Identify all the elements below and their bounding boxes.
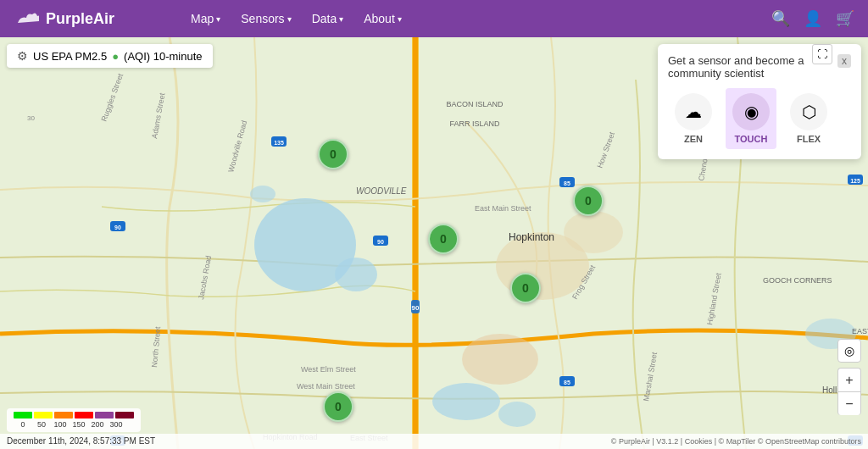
- zen-icon: ☁: [675, 93, 712, 130]
- nav-data-arrow: ▾: [339, 14, 343, 24]
- map-container[interactable]: 90 135: [0, 37, 868, 449]
- legend-label-100: 100: [51, 420, 70, 429]
- svg-text:90: 90: [412, 304, 420, 312]
- svg-text:30: 30: [27, 114, 35, 122]
- sensor-option-zen[interactable]: ☁ ZEN: [668, 88, 719, 149]
- app-header: PurpleAir Map ▾ Sensors ▾ Data ▾ About ▾…: [0, 0, 868, 37]
- sensor-bar-sublabel: (AQI) 10-minute: [124, 50, 202, 63]
- svg-text:FARR ISLAND: FARR ISLAND: [449, 119, 500, 128]
- settings-icon[interactable]: ⚙: [17, 49, 28, 63]
- legend-bar: [14, 412, 134, 419]
- svg-text:85: 85: [564, 180, 570, 186]
- nav-sensors-arrow: ▾: [287, 14, 292, 24]
- flex-label: FLEX: [797, 134, 821, 144]
- legend-hazardous: [115, 412, 134, 419]
- svg-text:85: 85: [564, 380, 570, 385]
- svg-point-12: [462, 334, 538, 385]
- logo-area[interactable]: PurpleAir: [14, 9, 114, 28]
- svg-text:135: 135: [274, 140, 284, 146]
- svg-point-7: [498, 402, 536, 427]
- svg-text:EAST: EAST: [852, 327, 868, 335]
- zoom-out-button[interactable]: −: [837, 391, 861, 415]
- legend-label-300: 300: [107, 420, 125, 429]
- zoom-in-button[interactable]: +: [837, 368, 861, 391]
- legend-moderate: [34, 412, 53, 419]
- svg-text:90: 90: [114, 224, 121, 230]
- user-icon[interactable]: 👤: [804, 9, 822, 28]
- legend-label-0: 0: [14, 420, 32, 429]
- sensor-options: ☁ ZEN ◉ TOUCH ⬡ FLEX: [668, 88, 851, 149]
- legend-usg: [54, 412, 73, 419]
- svg-text:90: 90: [377, 239, 384, 245]
- svg-point-5: [250, 186, 275, 202]
- sensor-bar-label: US EPA PM2.5: [33, 50, 107, 63]
- logo-icon: [14, 9, 39, 28]
- svg-text:GOOCH CORNERS: GOOCH CORNERS: [763, 276, 832, 285]
- touch-icon: ◉: [732, 93, 770, 130]
- svg-point-11: [564, 211, 623, 253]
- sensor-dot-1[interactable]: 0: [318, 139, 348, 169]
- nav-about-arrow: ▾: [398, 14, 402, 24]
- sensor-option-touch[interactable]: ◉ TOUCH: [726, 88, 776, 149]
- aqi-indicator: ●: [112, 50, 119, 63]
- nav-map-arrow: ▾: [216, 14, 220, 24]
- header-right: 🔍 👤 🛒: [771, 9, 854, 28]
- locate-button[interactable]: ◎: [837, 339, 861, 363]
- svg-text:125: 125: [850, 178, 860, 184]
- sensor-card-close-button[interactable]: x: [837, 54, 851, 68]
- svg-text:Hopkinton: Hopkinton: [509, 231, 554, 243]
- svg-text:West Elm Street: West Elm Street: [301, 365, 356, 374]
- cart-icon[interactable]: 🛒: [836, 9, 854, 28]
- legend-good: [14, 412, 32, 419]
- svg-point-6: [432, 383, 500, 420]
- nav-about[interactable]: About ▾: [355, 7, 410, 30]
- svg-text:West Main Street: West Main Street: [297, 382, 355, 391]
- main-nav: Map ▾ Sensors ▾ Data ▾ About ▾: [182, 7, 410, 30]
- svg-point-4: [335, 258, 377, 291]
- sensor-dot-5[interactable]: 0: [323, 391, 353, 422]
- nav-data[interactable]: Data ▾: [303, 7, 353, 30]
- nav-sensors[interactable]: Sensors ▾: [232, 7, 299, 30]
- fullscreen-button[interactable]: ⛶: [812, 44, 832, 64]
- zen-label: ZEN: [684, 134, 703, 144]
- sensor-dot-3[interactable]: 0: [573, 186, 604, 216]
- sensor-filter-bar[interactable]: ⚙ US EPA PM2.5 ● (AQI) 10-minute: [7, 44, 213, 68]
- sensor-dot-4[interactable]: 0: [510, 273, 541, 303]
- legend-label-150: 150: [70, 420, 88, 429]
- sensor-card-title: Get a sensor and become a community scie…: [668, 54, 829, 80]
- sensor-option-flex[interactable]: ⬡ FLEX: [783, 88, 834, 149]
- map-timestamp: December 11th, 2024, 8:57:33 PM EST: [7, 436, 155, 446]
- legend-very-unhealthy: [95, 412, 114, 419]
- svg-text:WOODVILLE: WOODVILLE: [356, 186, 407, 196]
- brand-name: PurpleAir: [46, 10, 114, 28]
- svg-text:East Main Street: East Main Street: [475, 204, 531, 213]
- legend-labels: 0 50 100 150 200 300: [14, 420, 134, 429]
- touch-label: TOUCH: [735, 134, 768, 144]
- svg-text:BACON ISLAND: BACON ISLAND: [446, 100, 504, 108]
- aqi-legend: 0 50 100 150 200 300: [7, 408, 141, 432]
- search-icon[interactable]: 🔍: [771, 9, 790, 28]
- legend-label-200: 200: [88, 420, 107, 429]
- legend-unhealthy: [75, 412, 93, 419]
- legend-label-50: 50: [32, 420, 51, 429]
- sensor-dot-2[interactable]: 0: [428, 224, 459, 254]
- flex-icon: ⬡: [790, 93, 827, 130]
- nav-map[interactable]: Map ▾: [182, 7, 229, 30]
- attribution-text: © PurpleAir | V3.1.2 | Cookies | © MapTi…: [611, 437, 861, 446]
